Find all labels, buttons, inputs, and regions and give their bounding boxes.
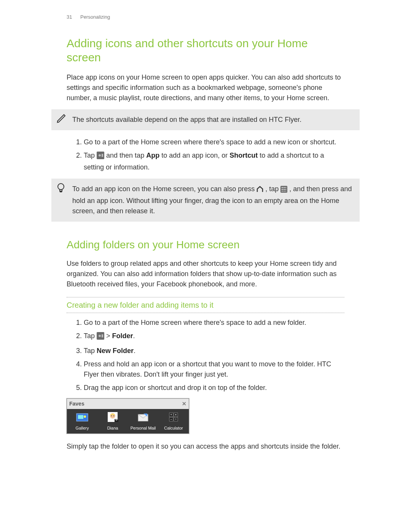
svg-point-1	[99, 154, 101, 157]
folder-item-label: Personal Mail	[129, 425, 157, 431]
svg-rect-11	[285, 189, 286, 190]
svg-rect-19	[78, 415, 83, 419]
svg-rect-10	[284, 189, 285, 190]
svg-rect-9	[282, 189, 283, 190]
step-text: Drag the app icon or shortcut and drop i…	[84, 384, 267, 391]
tip-text: To add an app icon on the Home screen, y…	[72, 185, 352, 215]
folder-example: Faves ✕ Gallery Diana Personal Mail	[67, 398, 189, 434]
step-text: Tap	[84, 347, 97, 355]
step-text: and then tap	[106, 152, 146, 159]
intro-paragraph-2: Use folders to group related apps and ot…	[67, 259, 344, 289]
pen-icon	[56, 113, 67, 127]
apps-grid-icon	[280, 185, 287, 196]
svg-rect-7	[284, 187, 285, 188]
steps-folders: Go to a part of the Home screen where th…	[67, 318, 344, 393]
personalize-icon	[97, 332, 104, 343]
svg-rect-2	[102, 154, 103, 157]
step-text: Tap	[84, 332, 97, 340]
running-header: 31 Personalizing	[67, 13, 344, 21]
heading-folders: Adding folders on your Home screen	[67, 237, 344, 253]
svg-rect-6	[282, 187, 283, 188]
step-item: Drag the app icon or shortcut and drop i…	[84, 383, 344, 393]
svg-point-23	[111, 415, 112, 416]
shortcut-label: Shortcut	[229, 152, 258, 159]
close-icon: ✕	[182, 400, 186, 408]
lightbulb-icon	[56, 182, 66, 197]
step-text: Tap	[84, 152, 97, 159]
step-text: to add an app icon, or	[161, 152, 229, 159]
step-text: Go to a part of the Home screen where th…	[84, 138, 336, 146]
svg-rect-8	[285, 187, 286, 188]
step-text: Press and hold an app icon or a shortcut…	[84, 360, 331, 378]
tip-text-part: , tap	[265, 185, 280, 193]
svg-text:÷: ÷	[175, 417, 177, 421]
folder-item-contact: Diana	[97, 409, 128, 434]
home-icon	[256, 185, 263, 196]
section-name: Personalizing	[80, 14, 110, 20]
manual-page: 31 Personalizing Adding icons and other …	[0, 0, 411, 532]
personalize-icon	[97, 152, 104, 162]
step-item: Tap and then tap App to add an app icon,…	[84, 150, 344, 173]
after-paragraph: Simply tap the folder to open it so you …	[67, 441, 344, 452]
folder-body: Gallery Diana Personal Mail + ×	[67, 409, 189, 434]
step-item: Press and hold an app icon or a shortcut…	[84, 359, 344, 380]
folder-label: Folder	[112, 332, 133, 340]
folder-item-calculator: + × − ÷ Calculator	[158, 409, 189, 434]
gallery-icon	[76, 412, 89, 423]
app-label: App	[146, 152, 159, 159]
svg-text:×: ×	[175, 413, 177, 417]
svg-rect-17	[102, 334, 103, 337]
svg-rect-12	[282, 191, 283, 192]
svg-point-16	[99, 335, 101, 337]
note-text: The shortcuts available depend on the ap…	[72, 116, 301, 123]
step-item: Tap > Folder.	[84, 331, 344, 343]
folder-item-label: Gallery	[68, 425, 96, 431]
svg-point-3	[58, 184, 64, 190]
svg-rect-14	[285, 191, 286, 192]
step-text: .	[133, 332, 135, 340]
tip-text-part: To add an app icon on the Home screen, y…	[72, 185, 256, 193]
note-box-shortcuts: The shortcuts available depend on the ap…	[51, 109, 360, 130]
step-text: Go to a part of the Home screen where th…	[84, 319, 306, 326]
avatar-icon	[106, 412, 119, 423]
steps-shortcuts: Go to a part of the Home screen where th…	[67, 137, 344, 173]
step-item: Go to a part of the Home screen where th…	[84, 137, 344, 147]
svg-point-20	[84, 415, 86, 418]
folder-item-label: Diana	[99, 425, 126, 431]
svg-rect-13	[284, 191, 285, 192]
tip-box: To add an app icon on the Home screen, y…	[51, 179, 360, 222]
heading-shortcuts: Adding icons and other shortcuts on your…	[67, 36, 344, 65]
folder-titlebar: Faves ✕	[67, 399, 189, 409]
svg-text:+: +	[170, 413, 172, 417]
folder-item-gallery: Gallery	[67, 409, 97, 434]
calculator-icon: + × − ÷	[167, 412, 180, 423]
folder-item-mail: Personal Mail	[128, 409, 158, 434]
svg-point-24	[113, 415, 114, 416]
folder-title: Faves	[69, 400, 84, 408]
subheading-create-folder: Creating a new folder and adding items t…	[67, 297, 344, 313]
step-text: .	[134, 347, 135, 355]
folder-item-label: Calculator	[160, 425, 187, 431]
step-item: Go to a part of the Home screen where th…	[84, 318, 344, 328]
step-text: >	[106, 332, 112, 340]
svg-text:−: −	[170, 417, 172, 421]
newfolder-label: New Folder	[97, 347, 134, 355]
mail-icon	[137, 412, 150, 423]
intro-paragraph-1: Place app icons on your Home screen to o…	[67, 72, 344, 103]
page-number: 31	[67, 14, 72, 20]
step-item: Tap New Folder.	[84, 346, 344, 356]
